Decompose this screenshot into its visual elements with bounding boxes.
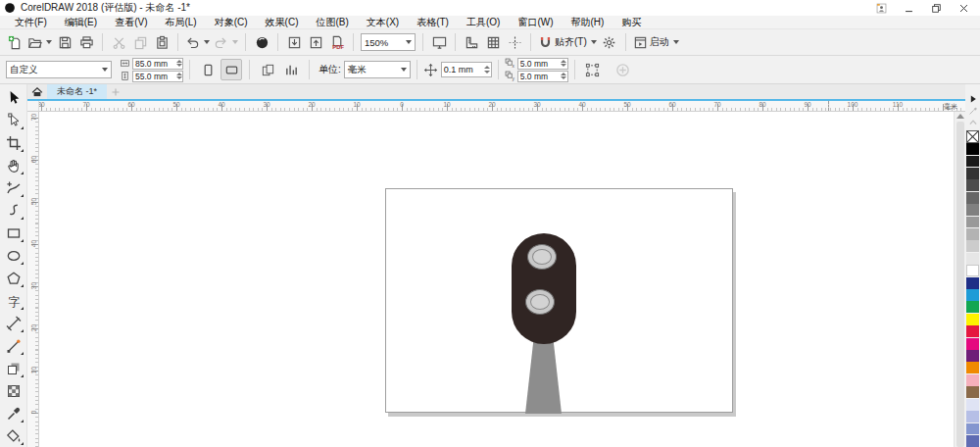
color-swatch[interactable] [966,350,979,362]
vertical-ruler[interactable]: 706050403020100 [27,112,39,447]
menu-item-11[interactable]: 窗口(W) [509,16,562,29]
tab-overflow-icon[interactable] [966,93,979,105]
palette-eyedropper-icon[interactable] [966,105,979,117]
menu-item-9[interactable]: 表格(T) [408,16,458,29]
scroll-up-icon[interactable] [956,114,964,119]
redo-button[interactable] [212,31,240,53]
zoom-level-combo[interactable]: 150% [361,33,416,51]
dimension-tool[interactable] [2,312,25,334]
duplicate-x-field[interactable]: 5.0 mm [517,58,568,70]
color-swatch[interactable] [966,435,979,447]
minimize-button[interactable] [902,2,915,15]
current-page-button[interactable] [280,59,302,80]
ellipse-tool[interactable] [2,244,25,267]
duplicate-x-stepper[interactable] [561,58,567,69]
color-swatch[interactable] [966,192,979,204]
nudge-distance-field[interactable]: 0.1 mm [441,62,492,77]
page-width-field[interactable]: 85.0 mm [132,58,183,70]
color-swatch[interactable] [966,143,979,155]
menu-item-1[interactable]: 文件(F) [6,16,56,29]
color-swatch[interactable] [966,314,979,325]
document-tab-active[interactable]: 未命名 -1* [47,84,107,99]
close-button[interactable] [956,2,970,15]
paste-button[interactable] [151,31,172,53]
eyedropper-tool[interactable] [2,402,25,424]
color-swatch[interactable] [966,240,979,252]
color-swatch[interactable] [966,179,979,191]
color-swatch[interactable] [966,168,979,179]
scrollbar-thumb[interactable] [956,122,964,447]
traffic-light-upper-lamp[interactable] [527,244,557,270]
launch-button[interactable]: 启动 [631,31,681,53]
duplicate-y-field[interactable]: 5.0 mm [517,71,568,82]
color-swatch[interactable] [966,338,979,350]
traffic-light-pole[interactable] [525,342,562,414]
options-button[interactable] [599,31,620,53]
freehand-tool[interactable] [2,176,25,199]
ruler-corner[interactable] [27,101,39,112]
snap-to-button[interactable]: 贴齐(T) [536,31,599,53]
menu-item-3[interactable]: 查看(V) [106,16,156,29]
color-swatch[interactable] [966,265,979,276]
cut-button[interactable] [108,31,129,53]
connector-tool[interactable] [2,334,25,357]
export-button[interactable] [305,31,326,53]
search-content-button[interactable] [251,31,272,53]
vertical-scrollbar[interactable] [954,112,965,447]
landscape-button[interactable] [220,59,242,80]
print-button[interactable] [75,31,97,53]
portrait-button[interactable] [197,59,219,80]
save-button[interactable] [54,31,75,53]
color-swatch[interactable] [966,253,979,265]
import-button[interactable] [283,31,305,53]
color-swatch[interactable] [966,423,979,435]
undo-button[interactable] [183,31,212,53]
menu-item-5[interactable]: 对象(C) [206,16,257,29]
new-tab-button[interactable] [107,84,124,99]
drawing-page[interactable] [385,188,733,413]
no-color-swatch[interactable] [966,130,979,143]
color-swatch[interactable] [966,325,979,337]
color-swatch[interactable] [966,399,979,411]
menu-item-10[interactable]: 工具(O) [458,16,509,29]
text-tool[interactable]: 字 [2,289,25,312]
menu-item-2[interactable]: 编辑(E) [56,16,106,29]
interactive-fill-tool[interactable] [2,424,25,447]
color-swatch[interactable] [966,156,979,168]
treat-as-filled-button[interactable] [582,59,604,80]
welcome-tab[interactable] [27,84,47,99]
menu-item-12[interactable]: 帮助(H) [563,16,613,29]
color-swatch[interactable] [966,289,979,301]
canvas[interactable] [39,112,954,447]
drop-shadow-tool[interactable] [2,357,25,379]
page-height-field[interactable]: 55.0 mm [132,71,183,82]
crop-tool[interactable] [2,131,25,154]
maximize-button[interactable] [929,2,943,15]
all-pages-button[interactable] [257,59,278,80]
shape-tool[interactable] [2,109,25,131]
color-swatch[interactable] [966,374,979,386]
menu-item-4[interactable]: 布局(L) [156,16,205,29]
show-grid-button[interactable] [482,31,504,53]
page-size-preset-combo[interactable]: 自定义 [6,61,112,78]
artistic-media-tool[interactable] [2,199,25,222]
duplicate-y-stepper[interactable] [561,71,567,81]
page-width-stepper[interactable] [175,58,182,69]
horizontal-ruler[interactable]: 毫米 8070605040302010010203040506070809010… [39,101,965,112]
palette-scroll-up-icon[interactable] [966,117,979,128]
polygon-tool[interactable] [2,267,25,289]
page-height-stepper[interactable] [175,71,182,81]
publish-pdf-button[interactable]: PDF [326,31,348,53]
account-icon[interactable] [874,2,888,15]
color-swatch[interactable] [966,277,979,289]
show-guidelines-button[interactable] [504,31,525,53]
copy-button[interactable] [129,31,151,53]
nudge-stepper[interactable] [484,65,491,75]
menu-item-13[interactable]: 购买 [612,16,650,29]
show-rulers-button[interactable] [461,31,482,53]
transparency-tool[interactable] [2,379,25,402]
color-swatch[interactable] [966,411,979,422]
pick-tool[interactable] [2,86,25,109]
color-swatch[interactable] [966,217,979,228]
menu-item-7[interactable]: 位图(B) [307,16,357,29]
